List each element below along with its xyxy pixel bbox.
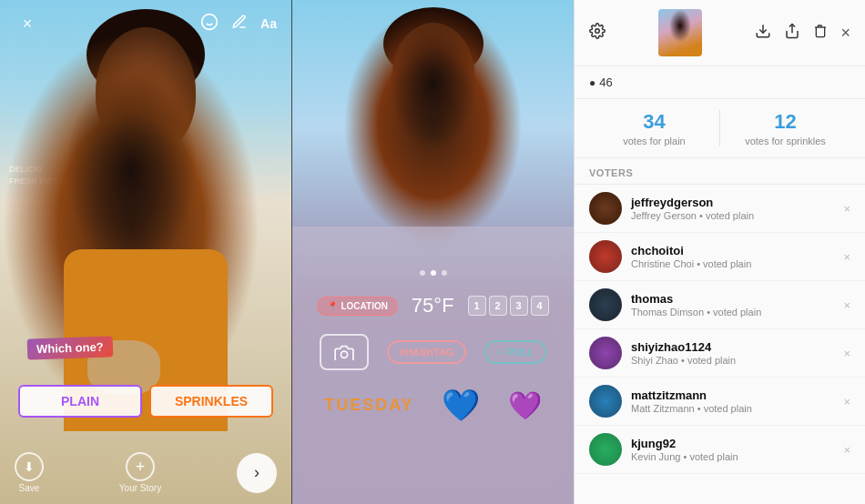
poll-option-plain[interactable]: PLAIN	[18, 385, 142, 418]
voter-row: mattzitzmann Matt Zitzmann • voted plain…	[575, 378, 865, 426]
close-button-right[interactable]: ×	[840, 24, 850, 43]
save-button[interactable]: ⬇ Save	[15, 452, 44, 493]
voter-row: thomas Thomas Dimson • voted plain ×	[575, 281, 865, 329]
location-sticker[interactable]: 📍 LOCATION	[317, 297, 397, 316]
your-story-label: Your Story	[119, 483, 161, 493]
heart-blue: 💙	[442, 387, 480, 423]
plain-votes-label: votes for plain	[589, 136, 719, 146]
top-right-icons: Aa	[200, 13, 277, 35]
download-icon[interactable]	[755, 23, 771, 43]
poll-stat-plain: 34 votes for plain	[589, 110, 719, 146]
countdown-d4: 4	[531, 296, 549, 316]
next-button[interactable]: ›	[237, 453, 277, 493]
dot-2	[431, 270, 436, 276]
day-sticker[interactable]: TUESDAY	[324, 396, 413, 415]
bottom-bar: ⬇ Save + Your Story ›	[0, 441, 291, 504]
heart-purple: 💜	[508, 389, 542, 421]
plain-votes-count: 34	[589, 110, 719, 134]
poll-options: PLAIN SPRINKLES	[18, 385, 273, 418]
sticker-row-1: 📍 LOCATION 75°F 1 2 3 4	[310, 294, 555, 318]
sticker-row-2: #HASHTAG ≡ POLL	[310, 334, 555, 370]
settings-icon[interactable]	[589, 23, 606, 43]
your-story-button[interactable]: + Your Story	[119, 452, 161, 493]
voter-remove-button[interactable]: ×	[843, 443, 850, 457]
voter-avatar[interactable]	[589, 288, 622, 321]
voter-username: chchoitoi	[631, 244, 834, 257]
voter-detail: Kevin Jung • voted plain	[631, 451, 834, 462]
voters-header: VOTERS	[575, 158, 865, 185]
sticker-picker-panel: 📍 LOCATION 75°F 1 2 3 4	[291, 0, 574, 504]
voter-avatar[interactable]	[589, 240, 622, 273]
voter-avatar[interactable]	[589, 192, 622, 225]
save-icon: ⬇	[15, 452, 44, 481]
right-top-bar: ×	[575, 0, 865, 66]
countdown-d2: 2	[489, 296, 507, 316]
top-action-icons: ×	[755, 23, 850, 43]
poll-option-sprinkles[interactable]: SPRINKLES	[149, 385, 273, 418]
temperature-sticker[interactable]: 75°F	[412, 294, 454, 318]
story-editor-panel: DELICIO FRESH PIES Which one? PLAIN SPRI…	[0, 0, 291, 504]
text-icon[interactable]: Aa	[260, 16, 277, 31]
voter-detail: Christine Choi • voted plain	[631, 258, 834, 269]
draw-icon[interactable]	[231, 14, 248, 34]
hashtag-pill: #HASHTAG	[387, 340, 467, 364]
voters-list: jeffreydgerson Jeffrey Gerson • voted pl…	[575, 185, 865, 504]
voter-remove-button[interactable]: ×	[843, 250, 850, 264]
voter-info: jeffreydgerson Jeffrey Gerson • voted pl…	[631, 196, 834, 221]
story-thumbnail[interactable]	[658, 9, 702, 56]
voter-username: thomas	[631, 292, 834, 306]
location-pill: 📍 LOCATION	[317, 297, 397, 316]
share-icon[interactable]	[784, 23, 800, 43]
close-button[interactable]: ×	[15, 11, 40, 36]
voter-detail: Matt Zitzmann • voted plain	[631, 403, 834, 414]
countdown-d3: 3	[510, 296, 528, 316]
voter-info: thomas Thomas Dimson • voted plain	[631, 292, 834, 318]
sticker-picker-canvas: 📍 LOCATION 75°F 1 2 3 4	[292, 0, 574, 504]
stats-row: ● 46	[575, 66, 865, 99]
which-one-sticker[interactable]: Which one?	[27, 336, 113, 359]
your-story-icon: +	[126, 452, 155, 481]
sprinkles-votes-label: votes for sprinkles	[720, 136, 850, 146]
voter-username: shiyizhao1124	[631, 340, 834, 354]
sticker-row-3: TUESDAY 💙 💜	[310, 387, 555, 423]
dot-3	[442, 270, 447, 276]
voter-info: mattzitzmann Matt Zitzmann • voted plain	[631, 388, 834, 414]
voter-row: chchoitoi Christine Choi • voted plain ×	[575, 233, 865, 281]
voter-remove-button[interactable]: ×	[843, 202, 850, 216]
camera-sticker[interactable]	[320, 334, 369, 370]
delete-icon[interactable]	[813, 23, 828, 43]
poll-stats: 34 votes for plain 12 votes for sprinkle…	[575, 99, 865, 158]
heart-blue-sticker[interactable]: 💙	[442, 387, 480, 423]
heart-purple-sticker[interactable]: 💜	[508, 389, 542, 421]
sticker-icon[interactable]	[200, 13, 219, 35]
voter-remove-button[interactable]: ×	[843, 347, 850, 360]
voter-username: kjung92	[631, 437, 834, 450]
view-count-number: 46	[599, 76, 612, 89]
voter-avatar[interactable]	[589, 385, 622, 418]
poll-sticker[interactable]: ≡ POLL	[484, 340, 546, 364]
voter-avatar[interactable]	[589, 337, 622, 369]
voter-detail: Shiyi Zhao • voted plain	[631, 355, 834, 366]
voter-row: jeffreydgerson Jeffrey Gerson • voted pl…	[575, 185, 865, 233]
voter-info: chchoitoi Christine Choi • voted plain	[631, 244, 834, 269]
voter-info: kjung92 Kevin Jung • voted plain	[631, 437, 834, 462]
countdown-sticker[interactable]: 1 2 3 4	[468, 296, 549, 316]
voter-row: shiyizhao1124 Shiyi Zhao • voted plain ×	[575, 329, 865, 378]
voter-remove-button[interactable]: ×	[843, 395, 850, 408]
voter-remove-button[interactable]: ×	[843, 298, 850, 312]
voter-username: jeffreydgerson	[631, 196, 834, 209]
voters-panel: × ● 46 34 votes for plain 12 votes for s…	[574, 0, 865, 504]
poll-pill: ≡ POLL	[484, 340, 546, 364]
hashtag-sticker[interactable]: #HASHTAG	[387, 340, 467, 364]
voter-username: mattzitzmann	[631, 388, 834, 402]
top-bar: × Aa	[0, 0, 291, 47]
camera-icon	[320, 334, 369, 370]
svg-point-3	[341, 351, 347, 358]
eye-icon: ●	[589, 76, 595, 89]
svg-point-4	[595, 29, 600, 34]
story-editor-canvas: DELICIO FRESH PIES Which one? PLAIN SPRI…	[0, 0, 291, 504]
view-count: ● 46	[589, 76, 613, 89]
voter-avatar[interactable]	[589, 433, 622, 466]
voter-row: kjung92 Kevin Jung • voted plain ×	[575, 426, 865, 474]
save-label: Save	[19, 483, 40, 493]
